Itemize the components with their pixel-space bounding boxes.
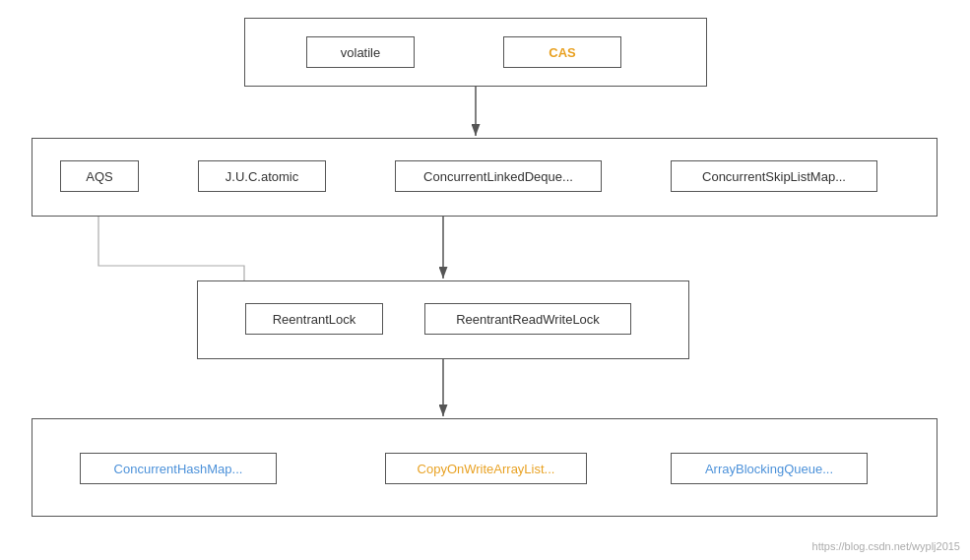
box-concurrent-deque: ConcurrentLinkedDeque...	[395, 160, 602, 192]
box-concurrent-skip: ConcurrentSkipListMap...	[671, 160, 877, 192]
box-juc-atomic: J.U.C.atomic	[198, 160, 326, 192]
box-copy-on-write: CopyOnWriteArrayList...	[385, 453, 587, 484]
box-concurrent-hashmap: ConcurrentHashMap...	[80, 453, 277, 484]
watermark: https://blog.csdn.net/wyplj2015	[812, 540, 960, 552]
box-reentrant-rw: ReentrantReadWriteLock	[424, 303, 631, 335]
box-volatile: volatile	[306, 36, 415, 68]
box-array-blocking: ArrayBlockingQueue...	[671, 453, 868, 484]
level4-group: ConcurrentHashMap... CopyOnWriteArrayLis…	[32, 418, 938, 517]
box-aqs: AQS	[60, 160, 139, 192]
box-cas: CAS	[503, 36, 621, 68]
box-reentrant-lock: ReentrantLock	[245, 303, 383, 335]
level3-group: ReentrantLock ReentrantReadWriteLock	[197, 280, 689, 359]
diagram-container: volatile CAS AQS J.U.C.atomic Concurrent…	[0, 0, 970, 560]
level1-group: volatile CAS	[244, 18, 707, 87]
level2-group: AQS J.U.C.atomic ConcurrentLinkedDeque..…	[32, 138, 938, 217]
